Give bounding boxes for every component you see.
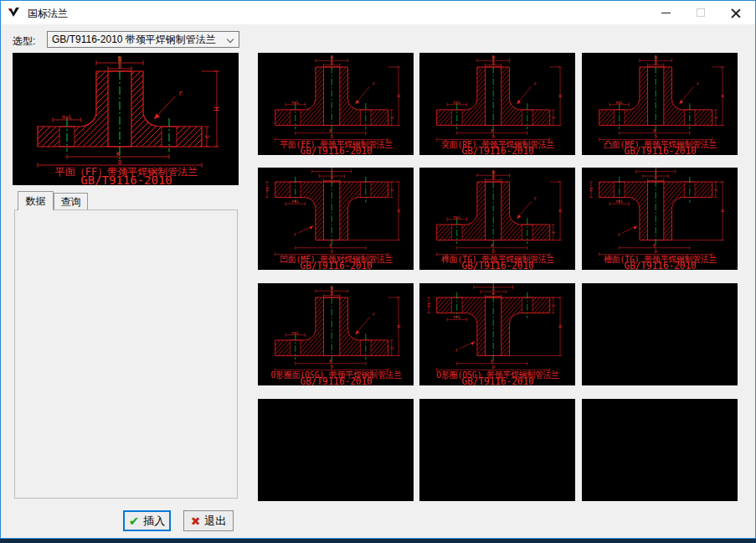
empty-thumbnail (582, 283, 738, 385)
svg-text:GB/T9116-2010: GB/T9116-2010 (462, 145, 534, 155)
svg-text:B: B (492, 174, 495, 179)
svg-text:n×L: n×L (453, 314, 460, 319)
flange-preview-drawing: NBn×LrHCKD 平面（FF）带颈平焊钢制管法兰 GB/T9116-2010 (13, 53, 239, 185)
svg-text:n×L: n×L (615, 99, 623, 104)
svg-text:r: r (372, 312, 375, 317)
svg-text:n×L: n×L (615, 199, 623, 204)
svg-text:B: B (331, 290, 333, 295)
empty-thumbnail (258, 399, 414, 501)
flange-type-thumbnail[interactable]: NBn×LrHCKD 凸面(MF) 带颈平焊钢制管法兰 GB/T9116-201… (582, 53, 738, 155)
empty-thumbnail (582, 399, 738, 501)
svg-text:Y: Y (655, 168, 657, 172)
svg-text:H: H (720, 94, 725, 97)
svg-text:B: B (655, 176, 657, 180)
cross-icon: ✖ (191, 515, 201, 527)
svg-text:H: H (396, 209, 401, 212)
svg-text:GB/T9116-2010: GB/T9116-2010 (462, 260, 534, 270)
svg-text:B: B (492, 59, 495, 65)
app-logo-icon (8, 6, 21, 19)
svg-text:r: r (618, 232, 621, 237)
svg-text:GB/T9116-2010: GB/T9116-2010 (301, 260, 373, 270)
flange-type-thumbnail[interactable]: NBn×LrHCKD 平面(FF) 带颈平焊钢制管法兰 GB/T9116-201… (258, 53, 414, 155)
svg-text:r: r (696, 81, 699, 86)
desktop-edge (0, 539, 756, 543)
svg-text:C: C (204, 135, 211, 138)
flange-type-thumbnail[interactable]: NBn×LrHCKD O形圈面(OSG) 带颈平焊钢制管法兰 GB/T9116-… (258, 283, 414, 385)
svg-text:B: B (118, 63, 121, 70)
flange-standard-dropdown[interactable]: GB/T9116-2010 带颈平焊钢制管法兰 (47, 31, 239, 48)
svg-text:n×L: n×L (62, 114, 73, 121)
flange-type-thumbnail[interactable]: YZBn×LrHCf1KD 槽面(TG) 带颈平焊钢制管法兰 GB/T9116-… (582, 168, 738, 270)
svg-text:H: H (720, 209, 725, 212)
close-icon (731, 8, 741, 18)
svg-text:B: B (331, 176, 333, 180)
close-button[interactable] (722, 1, 750, 24)
svg-text:C: C (389, 347, 394, 349)
window-title: 国标法兰 (28, 7, 68, 21)
svg-text:GB/T9116-2010: GB/T9116-2010 (625, 145, 697, 155)
svg-text:r: r (455, 348, 459, 353)
svg-text:r: r (294, 232, 297, 237)
tab-data[interactable]: 数据 (18, 191, 54, 210)
title-bar[interactable]: 国标法兰 (1, 1, 755, 24)
svg-text:GB/T9116-2010: GB/T9116-2010 (301, 375, 373, 385)
svg-text:D: D (118, 159, 121, 166)
svg-text:Y: Y (331, 168, 333, 172)
svg-text:H: H (558, 94, 563, 97)
svg-text:H: H (213, 106, 221, 111)
svg-text:C: C (389, 116, 394, 119)
svg-text:C: C (551, 116, 556, 119)
tab-query[interactable]: 查询 (54, 193, 88, 210)
svg-text:C: C (713, 116, 718, 119)
empty-thumbnail (419, 399, 575, 501)
svg-text:f1: f1 (265, 187, 270, 192)
svg-text:H: H (396, 94, 401, 97)
svg-text:B: B (331, 59, 333, 65)
maximize-button (687, 1, 715, 24)
insert-button-label: 插入 (143, 514, 165, 529)
svg-text:n×L: n×L (291, 99, 299, 104)
svg-text:GB/T9116-2010: GB/T9116-2010 (301, 145, 373, 155)
svg-text:Z: Z (331, 172, 333, 176)
svg-text:n×L: n×L (291, 329, 299, 334)
svg-text:Z: Z (655, 172, 657, 176)
svg-text:C: C (389, 189, 394, 191)
svg-text:H: H (558, 324, 563, 328)
svg-text:GB/T9116-2010: GB/T9116-2010 (462, 375, 534, 385)
svg-text:n×L: n×L (453, 214, 460, 219)
svg-text:GB/T9116-2010: GB/T9116-2010 (625, 260, 697, 270)
svg-text:C: C (551, 304, 556, 307)
type-select-label: 选型: (13, 34, 35, 49)
exit-button-label: 退出 (204, 514, 226, 529)
svg-text:B: B (492, 292, 495, 296)
svg-text:n×L: n×L (453, 99, 460, 104)
svg-text:r: r (533, 81, 537, 86)
flange-type-thumbnail[interactable]: YZBn×LrHCf1KD 凹面(MF) 带颈对焊钢制管法兰 GB/T9116-… (258, 168, 414, 270)
exit-button[interactable]: ✖ 退出 (183, 510, 234, 531)
svg-text:Z: Z (492, 287, 495, 292)
check-icon: ✔ (129, 515, 140, 527)
flange-type-thumbnail[interactable]: NBn×LrHCKD 榫面(TG) 带颈平焊钢制管法兰 GB/T9116-201… (419, 168, 575, 270)
svg-text:B: B (655, 59, 657, 65)
dropdown-value: GB/T9116-2010 带颈平焊钢制管法兰 (52, 33, 216, 47)
svg-text:r: r (178, 90, 183, 97)
svg-text:H: H (396, 324, 401, 328)
svg-text:C: C (713, 189, 718, 191)
minimize-button[interactable] (651, 1, 680, 24)
svg-text:r: r (533, 196, 537, 201)
flange-type-thumbnail[interactable]: NBn×LrHCKD 突面(RF) 带颈平焊钢制管法兰 GB/T9116-201… (419, 53, 575, 155)
svg-text:n×L: n×L (291, 199, 299, 204)
svg-text:f1: f1 (427, 303, 431, 308)
tab-page-frame (14, 209, 238, 499)
insert-button[interactable]: ✔ 插入 (123, 510, 171, 531)
chevron-down-icon (227, 36, 234, 43)
svg-text:f1: f1 (589, 187, 594, 192)
dialog-window: 国标法兰 选型: GB/T9116-2010 带颈平焊钢制管法兰 NBn×LrH… (0, 0, 756, 539)
svg-text:r: r (372, 81, 375, 86)
svg-text:H: H (558, 209, 563, 212)
svg-text:GB/T9116-2010: GB/T9116-2010 (80, 173, 172, 185)
svg-text:Y: Y (492, 283, 495, 287)
flange-type-thumbnail[interactable]: YZBn×LrHCf1KD O形圈(OSG) 带颈平焊钢制管法兰 GB/T911… (419, 283, 575, 385)
svg-text:C: C (551, 231, 556, 234)
